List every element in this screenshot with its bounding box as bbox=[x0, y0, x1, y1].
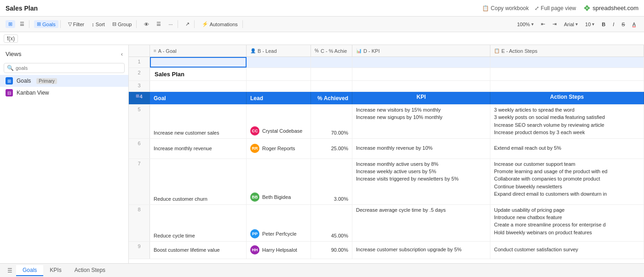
action-line: Promote learning and usage of the produc… bbox=[494, 168, 607, 175]
cell-8-D[interactable]: Decrease average cycle time by .5 days bbox=[352, 205, 490, 241]
share-btn[interactable]: ↗ bbox=[183, 20, 192, 28]
outdent-btn[interactable]: ⇥ bbox=[550, 20, 559, 28]
cell-3-B[interactable] bbox=[247, 81, 311, 91]
header-action-steps: Action Steps bbox=[490, 92, 644, 104]
hide-btn[interactable]: 👁 bbox=[141, 21, 152, 28]
kpi-line: Increase monthly active users by 8% bbox=[356, 161, 438, 168]
cell-1-E[interactable] bbox=[490, 57, 644, 68]
toolbar: ⊞ ☰ ⊞ Goals ▽ Filter ↕ Sort ⊟ Group 👁 ☰ … bbox=[0, 17, 644, 32]
avatar-9: HH bbox=[250, 245, 259, 254]
cell-5-A[interactable]: Increase new customer sales bbox=[150, 105, 247, 138]
table-view-btn[interactable]: ☰ bbox=[17, 20, 27, 28]
cell-8-B[interactable]: PP Peter Perfcycle bbox=[247, 205, 311, 241]
primary-tag: Primary bbox=[36, 78, 57, 84]
group-btn[interactable]: ⊟ Group bbox=[109, 20, 135, 28]
cell-1-D[interactable] bbox=[352, 57, 490, 68]
strikethrough-btn[interactable]: S bbox=[619, 21, 627, 28]
cell-5-B[interactable]: CC Crystal Codebase bbox=[247, 105, 311, 138]
cell-5-C[interactable]: 70.00% bbox=[311, 105, 352, 138]
cell-7-B[interactable]: BB Beth Bigidea bbox=[247, 159, 311, 204]
cell-1-C[interactable] bbox=[311, 57, 352, 68]
cell-3-C[interactable] bbox=[311, 81, 352, 91]
goals-btn[interactable]: ⊞ Goals bbox=[34, 20, 58, 28]
cell-7-A[interactable]: Reduce customer churn bbox=[150, 159, 247, 204]
col-header-D[interactable]: 📊 D - KPI bbox=[352, 45, 490, 57]
cell-2-D[interactable] bbox=[352, 68, 490, 80]
cell-5-E[interactable]: 3 weekly articles to spread the word 3 w… bbox=[490, 105, 644, 138]
collapse-icon[interactable]: ‹ bbox=[121, 51, 123, 57]
header-achieved: % Achieved bbox=[311, 92, 352, 104]
header-goal: Goal bbox=[150, 92, 247, 104]
cell-6-B[interactable]: RR Roger Reports bbox=[247, 139, 311, 158]
automations-btn[interactable]: ⚡ Automations bbox=[199, 20, 241, 28]
action-line: Update usability of pricing page bbox=[494, 207, 564, 214]
font-size-btn[interactable]: 10 ▾ bbox=[582, 21, 597, 28]
bold-btn[interactable]: B bbox=[599, 21, 608, 28]
app-title: Sales Plan bbox=[6, 5, 38, 12]
col-header-A[interactable]: ≡ A - Goal bbox=[150, 45, 247, 57]
cell-7-C[interactable]: 3.00% bbox=[311, 159, 352, 204]
sidebar-item-goals-label: Goals bbox=[17, 78, 31, 84]
cell-7-E[interactable]: Increase our customer support team Promo… bbox=[490, 159, 644, 204]
cell-3-A[interactable] bbox=[150, 81, 247, 91]
italic-btn[interactable]: I bbox=[610, 21, 617, 28]
cell-1-A[interactable] bbox=[150, 57, 247, 68]
sort-btn[interactable]: ↕ Sort bbox=[89, 21, 108, 28]
copy-icon: 📋 bbox=[482, 5, 489, 11]
views-label: Views bbox=[6, 51, 21, 57]
col-header-B[interactable]: 👤 B - Lead bbox=[247, 45, 311, 57]
lead-name-9: Harry Helpsalot bbox=[262, 247, 297, 253]
main-layout: Views ‹ 🔍 ⊞ Goals Primary ⊟ Kanban View … bbox=[0, 45, 644, 263]
search-input[interactable] bbox=[16, 65, 121, 71]
copy-workbook-btn[interactable]: 📋 Copy workbook bbox=[482, 5, 529, 11]
cell-6-E[interactable]: Extend email reach out by 5% bbox=[490, 139, 644, 158]
rows-btn[interactable]: ☰ bbox=[154, 20, 164, 28]
cell-8-C[interactable]: 45.00% bbox=[311, 205, 352, 241]
cell-3-E[interactable] bbox=[490, 81, 644, 91]
col-header-E[interactable]: 📋 E - Action Steps bbox=[490, 45, 644, 57]
font-btn[interactable]: Arial ▾ bbox=[561, 21, 581, 28]
cell-6-A[interactable]: Increase monthly revenue bbox=[150, 139, 247, 158]
filter-btn[interactable]: ▽ Filter bbox=[65, 20, 87, 28]
column-headers: ≡ A - Goal 👤 B - Lead % C - % Achie 📊 D … bbox=[129, 45, 644, 57]
col-header-C[interactable]: % C - % Achie bbox=[311, 45, 352, 57]
sidebar: Views ‹ 🔍 ⊞ Goals Primary ⊟ Kanban View bbox=[0, 45, 129, 263]
cell-9-A[interactable]: Boost customer lifetime value bbox=[150, 242, 247, 259]
cell-5-D[interactable]: Increase new visitors by 15% monthly Inc… bbox=[352, 105, 490, 138]
sidebar-search-box[interactable]: 🔍 bbox=[4, 63, 125, 73]
table-body: 1 2 Sales Plan 3 bbox=[129, 57, 644, 263]
zoom-btn[interactable]: 100% ▾ bbox=[514, 21, 536, 28]
tab-kpis[interactable]: KPIs bbox=[43, 265, 68, 276]
cell-6-D[interactable]: Increase monthly revenue by 10% bbox=[352, 139, 490, 158]
indent-btn[interactable]: ⇤ bbox=[538, 20, 548, 28]
logo-icon: ❖ bbox=[583, 3, 591, 13]
cell-8-A[interactable]: Reduce cycle time bbox=[150, 205, 247, 241]
cell-6-C[interactable]: 25.00% bbox=[311, 139, 352, 158]
cell-7-D[interactable]: Increase monthly active users by 8% Incr… bbox=[352, 159, 490, 204]
tab-goals[interactable]: Goals bbox=[16, 265, 43, 276]
filter-icon: ▽ bbox=[68, 21, 72, 27]
full-page-view-btn[interactable]: ⤢ Full page view bbox=[535, 5, 576, 11]
cell-2-C[interactable] bbox=[311, 68, 352, 80]
grid-view-btn[interactable]: ⊞ bbox=[6, 20, 15, 28]
tab-action-steps[interactable]: Action Steps bbox=[68, 265, 112, 276]
tab-menu-btn[interactable]: ☰ bbox=[4, 266, 16, 276]
more-btn[interactable]: ··· bbox=[166, 21, 175, 28]
cell-9-D[interactable]: Increase customer subscription upgrade b… bbox=[352, 242, 490, 259]
cell-3-D[interactable] bbox=[352, 81, 490, 91]
cell-8-E[interactable]: Update usability of pricing page Introdu… bbox=[490, 205, 644, 241]
cell-9-B[interactable]: HH Harry Helpsalot bbox=[247, 242, 311, 259]
header-lead: Lead bbox=[247, 92, 311, 104]
tab-kpis-label: KPIs bbox=[50, 267, 61, 273]
cell-2-B[interactable] bbox=[247, 68, 311, 80]
cell-2-A[interactable]: Sales Plan bbox=[150, 68, 247, 80]
text-color-btn[interactable]: A bbox=[630, 21, 638, 28]
cell-1-B[interactable] bbox=[247, 57, 311, 68]
cell-9-E[interactable]: Conduct customer satisfaction survey bbox=[490, 242, 644, 259]
top-bar-actions: 📋 Copy workbook ⤢ Full page view bbox=[482, 5, 576, 11]
cell-2-E[interactable] bbox=[490, 68, 644, 80]
view-toggle-group: ⊞ ☰ bbox=[4, 20, 29, 28]
cell-9-C[interactable]: 90.00% bbox=[311, 242, 352, 259]
sidebar-item-goals[interactable]: ⊞ Goals Primary bbox=[0, 75, 128, 87]
sidebar-item-kanban[interactable]: ⊟ Kanban View bbox=[0, 87, 128, 99]
